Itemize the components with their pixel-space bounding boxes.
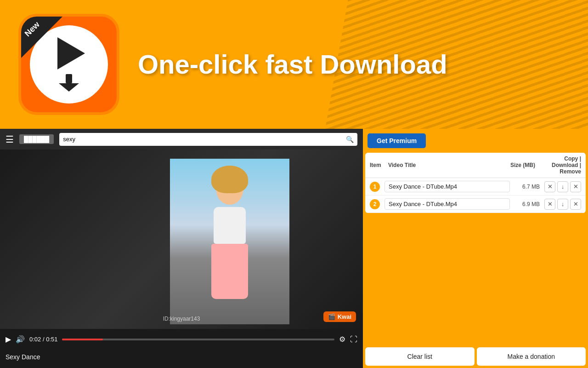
row-size-2: 6.9 MB [514,201,540,207]
col-header-item: Item [370,162,384,168]
banner: New One-click fast Download [0,0,588,129]
video-thumbnail: 🎬 Kwai ID:kingyaar143 [0,150,363,329]
fullscreen-icon[interactable]: ⛶ [350,335,357,344]
video-frame: 🎬 Kwai ID:kingyaar143 [0,150,363,329]
col-header-actions: Copy | Download | Remove [540,155,581,175]
get-premium-button[interactable]: Get Premium [368,133,426,148]
dancer-torso [214,207,246,244]
col-header-title: Video Title [388,162,494,168]
download-icon [59,74,79,92]
app-icon: New [18,14,119,115]
new-badge-text: New [23,20,42,39]
donate-button[interactable]: Make a donation [477,347,586,366]
settings-icon[interactable]: ⚙ [339,335,345,344]
col-header-size: Size (MB) [498,162,535,168]
site-logo: ██████ [19,134,54,144]
video-section: ☰ ██████ sexy 🔍 [0,129,363,368]
play-button[interactable]: ▶ [6,335,11,344]
play-icon [57,37,85,69]
video-topbar: ☰ ██████ sexy 🔍 [0,129,363,150]
dancer-figure [170,159,289,324]
dancer-head [216,172,243,205]
row-number-2: 2 [370,199,380,209]
row-title-1: Sexy Dance - DTube.Mp4 [384,181,510,192]
row-title-2: Sexy Dance - DTube.Mp4 [384,198,510,210]
row-number-1: 1 [370,182,380,192]
download-table: Item Video Title Size (MB) Copy | Downlo… [365,153,586,213]
download-btn-2[interactable]: ↓ [557,199,568,210]
kwai-watermark: 🎬 Kwai [323,311,356,322]
banner-title: One-click fast Download [138,50,447,79]
row-size-1: 6.7 MB [514,184,540,190]
dancer-pants [211,244,248,299]
video-controls: ▶ 🔊 0:02 / 0:51 ⚙ ⛶ [0,329,363,350]
remove-btn-2[interactable]: ✕ [570,199,581,210]
hamburger-icon[interactable]: ☰ [6,134,14,145]
clear-list-button[interactable]: Clear list [365,347,475,366]
total-time: 0:51 [46,336,57,343]
kwai-icon: 🎬 [328,313,335,320]
download-arrowhead [59,83,79,92]
progress-bar[interactable] [62,339,334,340]
panel-footer: Clear list Make a donation [363,345,588,368]
download-btn-1[interactable]: ↓ [557,181,568,192]
video-title: Sexy Dance [6,353,40,361]
download-row: 1 Sexy Dance - DTube.Mp4 6.7 MB ✕ ↓ ✕ [365,178,586,196]
kwai-brand: Kwai [338,313,351,320]
id-watermark: ID:kingyaar143 [163,316,200,322]
copy-btn-2[interactable]: ✕ [544,199,555,210]
video-title-bar: Sexy Dance [0,350,363,364]
search-icon[interactable]: 🔍 [346,136,354,143]
search-bar[interactable]: sexy 🔍 [59,133,357,146]
time-display: 0:02 / 0:51 [29,336,57,343]
progress-fill [62,339,103,340]
volume-button[interactable]: 🔊 [16,335,25,344]
copy-btn-1[interactable]: ✕ [544,181,555,192]
download-shaft [66,74,72,83]
download-row: 2 Sexy Dance - DTube.Mp4 6.9 MB ✕ ↓ ✕ [365,196,586,213]
remove-btn-1[interactable]: ✕ [570,181,581,192]
search-input[interactable]: sexy [63,136,346,143]
dancer-body [202,172,257,320]
row-actions-2: ✕ ↓ ✕ [544,199,581,210]
current-time: 0:02 [29,336,41,343]
download-table-scroll: 1 Sexy Dance - DTube.Mp4 6.7 MB ✕ ↓ ✕ 2 … [365,178,586,213]
right-panel: Get Premium Item Video Title Size (MB) C… [363,129,588,368]
main-content: ☰ ██████ sexy 🔍 [0,129,588,368]
dancer-hair [211,166,248,193]
download-panel: Get Premium Item Video Title Size (MB) C… [363,129,588,368]
row-actions-1: ✕ ↓ ✕ [544,181,581,192]
download-table-header: Item Video Title Size (MB) Copy | Downlo… [365,153,586,178]
